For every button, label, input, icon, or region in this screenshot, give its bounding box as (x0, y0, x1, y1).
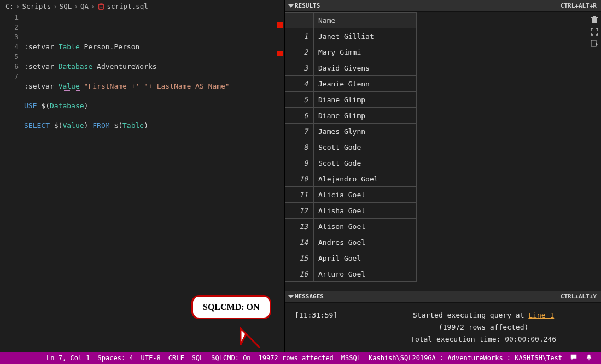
cell-name[interactable]: James Glynn (314, 124, 417, 139)
cell-name[interactable]: Mary Gimmi (314, 44, 417, 60)
status-rows[interactable]: 19972 rows affected (255, 354, 337, 362)
row-number[interactable]: 7 (285, 124, 314, 139)
table-row[interactable]: 13Alison Goel (285, 219, 417, 234)
row-number[interactable]: 10 (285, 171, 314, 187)
editor-pane: C: › Scripts › SQL › QA › script.sql 1 2… (0, 0, 285, 352)
code-area[interactable]: :setvar Table Person.Person :setvar Data… (24, 13, 284, 190)
annotation-tail (238, 326, 271, 352)
row-number[interactable]: 1 (285, 28, 314, 44)
column-header[interactable]: Name (314, 13, 417, 28)
cell-name[interactable]: Diane Glimp (314, 108, 417, 124)
status-cursor[interactable]: Ln 7, Col 1 (43, 354, 94, 362)
line-number: 7 (0, 72, 19, 81)
table-row[interactable]: 9Scott Gode (285, 155, 417, 171)
cell-name[interactable]: Scott Gode (314, 155, 417, 171)
messages-header[interactable]: MESSAGES CTRL+ALT+Y (285, 291, 601, 303)
cell-name[interactable]: Andres Goel (314, 234, 417, 250)
table-row[interactable]: 5Diane Glimp (285, 92, 417, 108)
row-number[interactable]: 16 (285, 266, 314, 282)
row-number[interactable]: 8 (285, 139, 314, 155)
database-icon (97, 3, 105, 10)
row-number[interactable]: 5 (285, 92, 314, 108)
crumb-file[interactable]: script.sql (107, 2, 148, 10)
cell-name[interactable]: Jeanie Glenn (314, 76, 417, 92)
row-header-blank[interactable] (285, 13, 314, 28)
status-mssql[interactable]: MSSQL (337, 354, 365, 362)
line-link[interactable]: Line 1 (528, 311, 554, 319)
cell-name[interactable]: David Givens (314, 60, 417, 76)
collapse-icon[interactable] (288, 4, 294, 8)
maximize-icon[interactable] (590, 27, 599, 36)
shortcut-hint: CTRL+ALT+R (561, 2, 597, 9)
table-row[interactable]: 10Alejandro Goel (285, 171, 417, 187)
overview-marker (277, 22, 283, 28)
breadcrumb[interactable]: C: › Scripts › SQL › QA › script.sql (0, 0, 284, 13)
crumb-folder[interactable]: SQL (60, 2, 72, 10)
table-row[interactable]: 15April Goel (285, 250, 417, 266)
cell-name[interactable]: April Goel (314, 250, 417, 266)
feedback-icon[interactable] (566, 354, 581, 363)
token: $( (41, 102, 50, 110)
table-row[interactable]: 14Andres Goel (285, 234, 417, 250)
row-number[interactable]: 15 (285, 250, 314, 266)
row-number[interactable]: 4 (285, 76, 314, 92)
table-row[interactable]: 1Janet Gilliat (285, 28, 417, 44)
status-eol[interactable]: CRLF (165, 354, 188, 362)
collapse-icon[interactable] (288, 295, 294, 298)
table-row[interactable]: 12Alisha Goel (285, 203, 417, 219)
token: Database (50, 102, 84, 110)
table-row[interactable]: 8Scott Gode (285, 139, 417, 155)
status-connection[interactable]: Kashish\SQL2019GA : AdventureWorks : KAS… (365, 354, 566, 362)
chevron-right-icon: › (91, 2, 95, 10)
cell-name[interactable]: Alejandro Goel (314, 171, 417, 187)
line-number: 1 (0, 13, 19, 22)
results-header[interactable]: RESULTS CTRL+ALT+R (285, 0, 601, 12)
table-row[interactable]: 2Mary Gimmi (285, 44, 417, 60)
row-number[interactable]: 2 (285, 44, 314, 60)
message-text: (19972 rows affected) (439, 323, 528, 331)
table-row[interactable]: 3David Givens (285, 60, 417, 76)
cell-name[interactable]: Janet Gilliat (314, 28, 417, 44)
row-number[interactable]: 12 (285, 203, 314, 219)
row-number[interactable]: 3 (285, 60, 314, 76)
trash-icon[interactable] (590, 15, 599, 24)
results-grid[interactable]: Name 1Janet Gilliat2Mary Gimmi3David Giv… (285, 12, 588, 291)
row-number[interactable]: 13 (285, 219, 314, 234)
cell-name[interactable]: Arturo Goel (314, 266, 417, 282)
status-spaces[interactable]: Spaces: 4 (94, 354, 137, 362)
table-row[interactable]: 4Jeanie Glenn (285, 76, 417, 92)
table-row[interactable]: 16Arturo Goel (285, 266, 417, 282)
cell-name[interactable]: Scott Gode (314, 139, 417, 155)
export-icon[interactable] (590, 39, 599, 48)
table-row[interactable]: 11Alicia Goel (285, 187, 417, 203)
crumb-folder[interactable]: QA (80, 2, 89, 10)
cell-name[interactable]: Diane Glimp (314, 92, 417, 108)
status-sqlcmd[interactable]: SQLCMD: On (207, 354, 254, 362)
cell-name[interactable]: Alison Goel (314, 219, 417, 234)
table-row[interactable]: 6Diane Glimp (285, 108, 417, 124)
cell-name[interactable]: Alicia Goel (314, 187, 417, 203)
row-number[interactable]: 9 (285, 155, 314, 171)
token: Value (59, 82, 80, 91)
row-number[interactable]: 6 (285, 108, 314, 124)
token: SELECT (24, 121, 50, 130)
token: :setvar (24, 43, 54, 51)
message-text: Total execution time: 00:00:00.246 (411, 335, 556, 343)
token: $( (54, 121, 63, 130)
status-encoding[interactable]: UTF-8 (137, 354, 165, 362)
row-number[interactable]: 14 (285, 234, 314, 250)
line-number: 2 (0, 22, 19, 32)
code-editor[interactable]: 1 2 3 4 5 6 7 :setvar Table Person.Perso… (0, 13, 284, 190)
row-number[interactable]: 11 (285, 187, 314, 203)
panel-title: MESSAGES (295, 293, 324, 300)
cell-name[interactable]: Alisha Goel (314, 203, 417, 219)
crumb-folder[interactable]: Scripts (22, 2, 51, 10)
token: USE (24, 102, 37, 110)
svg-rect-2 (591, 40, 596, 46)
line-number: 4 (0, 42, 19, 52)
table-row[interactable]: 7James Glynn (285, 124, 417, 139)
bell-icon[interactable] (581, 354, 597, 363)
line-number: 6 (0, 62, 19, 72)
crumb-drive[interactable]: C: (5, 2, 14, 10)
status-language[interactable]: SQL (188, 354, 208, 362)
